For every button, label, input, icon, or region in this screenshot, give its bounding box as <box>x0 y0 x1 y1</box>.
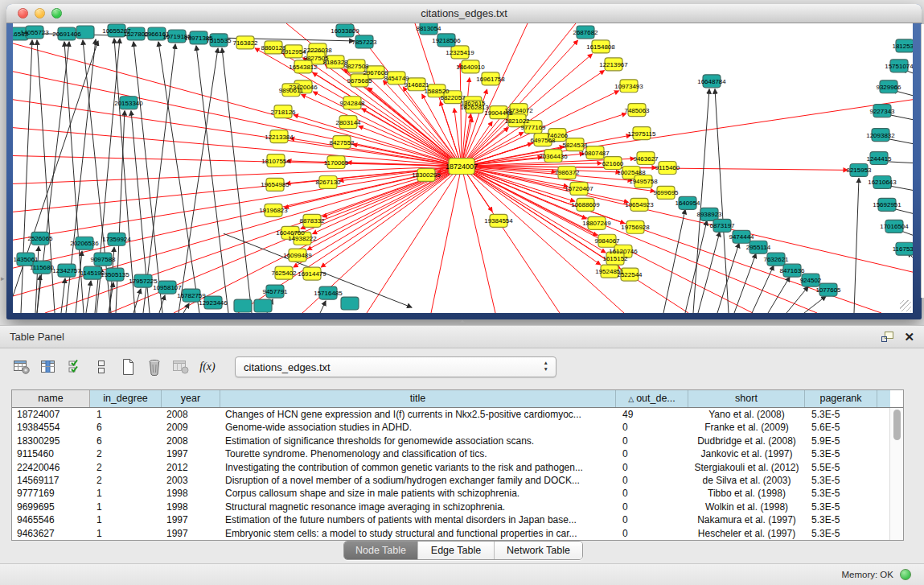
tab-network-table[interactable]: Network Table <box>494 542 582 559</box>
table-cell: 1 <box>90 527 162 540</box>
table-cell: Franke et al. (2009) <box>688 421 805 434</box>
table-body[interactable]: 1872400712008Changes of HCN gene express… <box>12 408 890 540</box>
node-label: 15692951 <box>873 201 901 208</box>
sort-ascending-icon: △ <box>628 395 634 403</box>
table-cell: 0 <box>616 527 688 540</box>
table-cell: 1 <box>90 513 162 526</box>
node-label: 2955114 <box>746 244 771 251</box>
table-row[interactable]: 911546021997Tourette syndrome. Phenomeno… <box>12 447 890 460</box>
node-label: 22226038 <box>303 47 332 54</box>
table-cell: 0 <box>616 513 688 526</box>
panel-splitter[interactable] <box>0 319 924 325</box>
column-header-pagerank[interactable]: pagerank <box>805 390 877 407</box>
node-label: 2803144 <box>335 119 361 126</box>
column-header-year[interactable]: year <box>162 390 220 407</box>
table-cell: Embryonic stem cells: a model to study s… <box>220 527 616 540</box>
table-cell: 5.3E-5 <box>805 447 877 460</box>
tab-node-table[interactable]: Node Table <box>344 542 417 559</box>
node-label: 20691406 <box>52 31 81 38</box>
table-row[interactable]: 1830029562008Estimation of significance … <box>12 435 890 447</box>
window-close-button[interactable] <box>18 8 28 19</box>
table-selector-value: citations_edges.txt <box>244 361 331 373</box>
node-label: 16782759 <box>177 292 206 299</box>
table-scrollbar[interactable] <box>889 408 903 540</box>
citation-network-graph[interactable]: 7163822886012889129542222603898275051654… <box>13 23 913 313</box>
node-label: 19654923 <box>625 201 654 208</box>
node-label: 14938222 <box>288 235 317 242</box>
table-cell: 14569117 <box>12 474 90 487</box>
node-label: 1077605 <box>815 286 841 294</box>
column-header-out_de[interactable]: △out_de... <box>616 390 688 407</box>
table-scrollbar-thumb[interactable] <box>893 410 901 440</box>
select-all-button[interactable] <box>64 356 85 377</box>
window-title: citations_edges.txt <box>6 4 922 23</box>
function-builder-button[interactable]: f(x) <box>197 356 218 377</box>
node-label: 18807249 <box>582 220 611 227</box>
node-label: 16154808 <box>586 43 615 51</box>
network-canvas[interactable]: 7163822886012889129542222603898275051654… <box>13 23 913 313</box>
table-cell: Corpus callosum shape and size in male p… <box>220 487 616 500</box>
tab-edge-table[interactable]: Edge Table <box>417 542 494 559</box>
table-cell: de Silva et al. (2003) <box>688 474 805 487</box>
node-label: 9115460 <box>655 165 680 172</box>
new-file-button[interactable] <box>117 356 138 377</box>
node-label: 16543812 <box>289 64 318 71</box>
table-cell: Hescheler et al. (1997) <box>688 527 805 540</box>
delete-button[interactable] <box>144 356 165 377</box>
table-cell: 5.3E-5 <box>805 527 877 540</box>
column-header-short[interactable]: short <box>688 390 805 407</box>
column-header-title[interactable]: title <box>220 390 616 407</box>
node-label: 7515535 <box>206 37 232 44</box>
window-zoom-button[interactable] <box>51 8 62 19</box>
table-row[interactable]: 1938455462009Genome-wide association stu… <box>12 421 890 434</box>
network-node[interactable] <box>234 299 252 312</box>
splitter-handle-icon[interactable] <box>458 320 466 324</box>
column-header-name[interactable]: name <box>12 390 90 407</box>
table-row[interactable]: 946362711997Embryonic stem cells: a mode… <box>12 527 890 540</box>
table-row[interactable]: 946554611997Estimation of the future num… <box>12 513 890 526</box>
network-node[interactable] <box>254 299 272 312</box>
window-resize-grip[interactable] <box>900 300 911 311</box>
node-label: 19756928 <box>621 224 650 231</box>
table-row[interactable]: 977716911998Corpus callosum shape and si… <box>12 487 890 500</box>
table-cell: 9699695 <box>12 501 90 513</box>
memory-status-indicator[interactable] <box>900 569 911 580</box>
table-cell: 9777169 <box>12 487 90 500</box>
table-cell: 5.3E-5 <box>805 501 877 513</box>
node-label: 18734072 <box>504 107 533 114</box>
collapse-arrow-icon[interactable]: ▸ <box>1 274 5 282</box>
window-minimize-button[interactable] <box>35 8 45 19</box>
node-label: 16120746 <box>609 248 638 255</box>
table-row[interactable]: 1872400712008Changes of HCN gene express… <box>12 408 890 421</box>
table-cell: 0 <box>616 474 688 487</box>
stacked-squares-button[interactable] <box>91 356 112 377</box>
node-label: 16648784 <box>697 78 726 85</box>
table-cell: 2008 <box>162 408 220 421</box>
node-label: 15751074 <box>885 63 913 70</box>
node-label: 18724007 <box>446 163 478 171</box>
network-node[interactable] <box>341 297 359 310</box>
column-header-in_degree[interactable]: in_degree <box>90 390 162 407</box>
node-label: 10688609 <box>571 201 600 208</box>
table-row[interactable]: 2242004622012Investigating the contribut… <box>12 461 890 474</box>
float-panel-icon[interactable] <box>881 331 894 343</box>
node-label: 19218506 <box>432 37 461 44</box>
table-header-row[interactable]: namein_degreeyeartitle△out_de...shortpag… <box>12 390 903 408</box>
table-cell: 0 <box>616 435 688 447</box>
table-row[interactable]: 969969511998Structural magnetic resonanc… <box>12 501 890 513</box>
table-selector-dropdown[interactable]: citations_edges.txt ▲▼ <box>235 356 556 377</box>
node-label: 9675685 <box>347 77 372 84</box>
node-label: 7163822 <box>232 39 258 47</box>
table-row[interactable]: 1456911722003Disruption of a novel membe… <box>12 474 890 487</box>
node-label: 9227343 <box>869 108 895 115</box>
show-columns-button[interactable] <box>38 356 59 377</box>
node-label: 8427552 <box>329 139 355 146</box>
table-cell: 0 <box>616 447 688 460</box>
table-cell: Investigating the contribution of common… <box>220 461 616 474</box>
window-titlebar[interactable]: citations_edges.txt <box>6 4 922 23</box>
table-cell: 1 <box>90 501 162 513</box>
table-cell: Stergiakouli et al. (2012) <box>688 461 805 474</box>
close-panel-icon[interactable]: ✕ <box>904 331 914 343</box>
node-label: 2687682 <box>573 29 598 36</box>
table-options-button[interactable] <box>11 356 32 377</box>
